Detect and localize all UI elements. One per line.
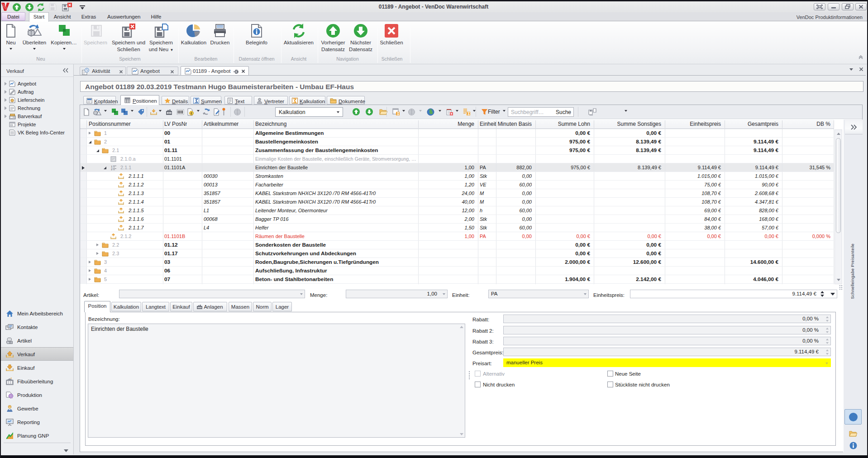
svg-text:2: 2 <box>111 168 113 171</box>
svg-text:1: 1 <box>111 165 113 168</box>
